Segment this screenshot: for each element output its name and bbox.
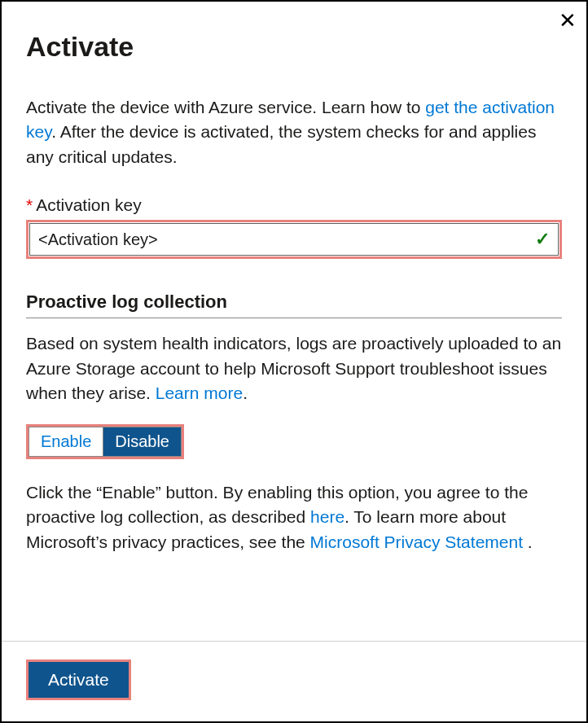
activation-key-input-container: ✓ <box>29 223 559 256</box>
activation-key-input[interactable] <box>38 230 535 249</box>
page-title: Activate <box>26 31 562 63</box>
disable-button[interactable]: Disable <box>103 427 181 456</box>
agreement-part3: . <box>523 532 533 551</box>
activate-panel: ✕ Activate Activate the device with Azur… <box>2 2 586 721</box>
proactive-desc-part1: Based on system health indicators, logs … <box>26 334 561 402</box>
checkmark-icon: ✓ <box>535 229 550 250</box>
toggle-highlight: Enable Disable <box>26 424 184 459</box>
activation-key-highlight: ✓ <box>26 220 562 259</box>
enable-button[interactable]: Enable <box>29 427 103 456</box>
intro-part2: . After the device is activated, the sys… <box>26 122 536 165</box>
footer: Activate <box>2 641 586 721</box>
activate-button-highlight: Activate <box>26 659 131 700</box>
activate-button[interactable]: Activate <box>29 662 129 698</box>
intro-text: Activate the device with Azure service. … <box>26 95 562 169</box>
intro-part1: Activate the device with Azure service. … <box>26 98 425 116</box>
field-label-text: Activation key <box>36 195 142 214</box>
spacer <box>26 572 562 641</box>
required-marker: * <box>26 195 33 214</box>
agreement-text: Click the “Enable” button. By enabling t… <box>26 480 562 554</box>
proactive-description: Based on system health indicators, logs … <box>26 331 562 405</box>
here-link[interactable]: here <box>310 507 344 526</box>
proactive-log-section-header: Proactive log collection <box>26 291 562 318</box>
proactive-desc-part2: . <box>243 383 248 402</box>
activation-key-label: *Activation key <box>26 195 562 215</box>
privacy-statement-link[interactable]: Microsoft Privacy Statement <box>310 532 523 551</box>
enable-disable-toggle: Enable Disable <box>29 427 182 457</box>
learn-more-link[interactable]: Learn more <box>156 383 243 402</box>
close-icon[interactable]: ✕ <box>559 10 577 31</box>
